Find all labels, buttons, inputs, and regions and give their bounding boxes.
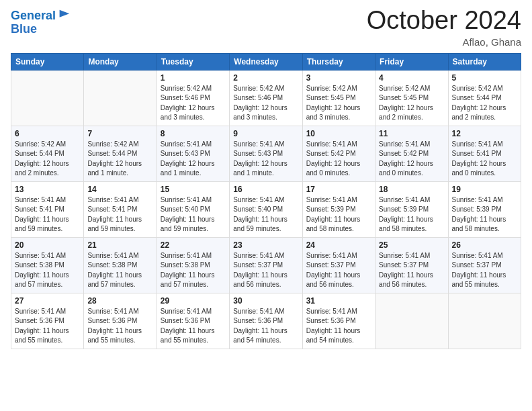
day-number: 20 [15, 240, 80, 250]
calendar-cell: 9Sunrise: 5:41 AMSunset: 5:43 PMDaylight… [230, 126, 302, 181]
day-info: Sunrise: 5:41 AMSunset: 5:42 PMDaylight:… [379, 140, 444, 179]
day-info: Sunrise: 5:41 AMSunset: 5:36 PMDaylight:… [161, 307, 226, 346]
day-number: 12 [452, 129, 517, 138]
logo: General Blue [11, 9, 71, 36]
day-number: 28 [87, 296, 152, 306]
day-info: Sunrise: 5:42 AMSunset: 5:45 PMDaylight:… [379, 84, 444, 123]
calendar-cell: 6Sunrise: 5:42 AMSunset: 5:44 PMDaylight… [11, 126, 84, 181]
day-number: 7 [87, 129, 152, 138]
day-info: Sunrise: 5:41 AMSunset: 5:36 PMDaylight:… [87, 307, 152, 346]
day-number: 18 [379, 185, 444, 194]
calendar-cell: 26Sunrise: 5:41 AMSunset: 5:37 PMDayligh… [448, 237, 521, 293]
logo-line2: Blue [11, 23, 71, 36]
day-number: 15 [161, 185, 226, 194]
day-info: Sunrise: 5:41 AMSunset: 5:38 PMDaylight:… [161, 251, 226, 290]
day-number: 17 [306, 185, 371, 194]
day-number: 24 [306, 240, 371, 250]
day-info: Sunrise: 5:41 AMSunset: 5:41 PMDaylight:… [15, 195, 80, 234]
day-info: Sunrise: 5:41 AMSunset: 5:36 PMDaylight:… [306, 307, 371, 346]
calendar-header-monday: Monday [84, 53, 157, 70]
day-info: Sunrise: 5:41 AMSunset: 5:39 PMDaylight:… [452, 195, 517, 234]
calendar-cell: 3Sunrise: 5:42 AMSunset: 5:45 PMDaylight… [302, 70, 375, 126]
calendar-cell: 28Sunrise: 5:41 AMSunset: 5:36 PMDayligh… [84, 293, 157, 349]
calendar-week-row: 27Sunrise: 5:41 AMSunset: 5:36 PMDayligh… [11, 293, 521, 349]
calendar-cell: 2Sunrise: 5:42 AMSunset: 5:46 PMDaylight… [230, 70, 302, 126]
calendar-cell [375, 293, 448, 349]
day-info: Sunrise: 5:41 AMSunset: 5:37 PMDaylight:… [379, 251, 444, 290]
day-info: Sunrise: 5:41 AMSunset: 5:41 PMDaylight:… [452, 140, 517, 179]
day-info: Sunrise: 5:41 AMSunset: 5:37 PMDaylight:… [233, 251, 298, 290]
calendar-cell: 5Sunrise: 5:42 AMSunset: 5:44 PMDaylight… [448, 70, 521, 126]
day-info: Sunrise: 5:41 AMSunset: 5:36 PMDaylight:… [15, 307, 80, 346]
day-number: 19 [452, 185, 517, 194]
day-info: Sunrise: 5:42 AMSunset: 5:44 PMDaylight:… [15, 140, 80, 179]
title-block: October 2024 Aflao, Ghana [367, 7, 521, 48]
day-number: 23 [233, 240, 298, 250]
calendar-header-sunday: Sunday [11, 53, 84, 70]
calendar-cell: 30Sunrise: 5:41 AMSunset: 5:36 PMDayligh… [230, 293, 302, 349]
calendar-week-row: 1Sunrise: 5:42 AMSunset: 5:46 PMDaylight… [11, 70, 521, 126]
day-info: Sunrise: 5:42 AMSunset: 5:44 PMDaylight:… [452, 84, 517, 123]
day-info: Sunrise: 5:41 AMSunset: 5:41 PMDaylight:… [87, 195, 152, 234]
logo-icon [57, 9, 71, 22]
day-number: 29 [161, 296, 226, 306]
calendar-cell: 24Sunrise: 5:41 AMSunset: 5:37 PMDayligh… [302, 237, 375, 293]
calendar-cell: 15Sunrise: 5:41 AMSunset: 5:40 PMDayligh… [157, 181, 229, 237]
calendar-cell: 4Sunrise: 5:42 AMSunset: 5:45 PMDaylight… [375, 70, 448, 126]
day-number: 16 [233, 185, 298, 194]
day-info: Sunrise: 5:41 AMSunset: 5:36 PMDaylight:… [233, 307, 298, 346]
day-info: Sunrise: 5:41 AMSunset: 5:38 PMDaylight:… [15, 251, 80, 290]
day-info: Sunrise: 5:41 AMSunset: 5:38 PMDaylight:… [87, 251, 152, 290]
day-number: 21 [87, 240, 152, 250]
day-number: 22 [161, 240, 226, 250]
calendar-cell: 27Sunrise: 5:41 AMSunset: 5:36 PMDayligh… [11, 293, 84, 349]
calendar-cell: 21Sunrise: 5:41 AMSunset: 5:38 PMDayligh… [84, 237, 157, 293]
calendar-cell: 22Sunrise: 5:41 AMSunset: 5:38 PMDayligh… [157, 237, 229, 293]
calendar-week-row: 20Sunrise: 5:41 AMSunset: 5:38 PMDayligh… [11, 237, 521, 293]
day-number: 10 [306, 129, 371, 138]
day-number: 26 [452, 240, 517, 250]
calendar-week-row: 6Sunrise: 5:42 AMSunset: 5:44 PMDaylight… [11, 126, 521, 181]
day-info: Sunrise: 5:42 AMSunset: 5:46 PMDaylight:… [233, 84, 298, 123]
day-number: 31 [306, 296, 371, 306]
day-info: Sunrise: 5:41 AMSunset: 5:43 PMDaylight:… [161, 140, 226, 179]
calendar-cell [84, 70, 157, 126]
day-number: 3 [306, 73, 371, 83]
calendar-header-saturday: Saturday [448, 53, 521, 70]
calendar-cell: 1Sunrise: 5:42 AMSunset: 5:46 PMDaylight… [157, 70, 229, 126]
day-info: Sunrise: 5:41 AMSunset: 5:42 PMDaylight:… [306, 140, 371, 179]
day-number: 11 [379, 129, 444, 138]
calendar-cell: 23Sunrise: 5:41 AMSunset: 5:37 PMDayligh… [230, 237, 302, 293]
page: General Blue October 2024 Aflao, Ghana S… [0, 0, 532, 411]
logo-text: General [11, 9, 56, 23]
calendar-cell: 7Sunrise: 5:42 AMSunset: 5:44 PMDaylight… [84, 126, 157, 181]
calendar-week-row: 13Sunrise: 5:41 AMSunset: 5:41 PMDayligh… [11, 181, 521, 237]
day-number: 14 [87, 185, 152, 194]
calendar-cell: 16Sunrise: 5:41 AMSunset: 5:40 PMDayligh… [230, 181, 302, 237]
day-number: 30 [233, 296, 298, 306]
day-info: Sunrise: 5:42 AMSunset: 5:45 PMDaylight:… [306, 84, 371, 123]
day-number: 8 [161, 129, 226, 138]
day-number: 27 [15, 296, 80, 306]
calendar-cell: 12Sunrise: 5:41 AMSunset: 5:41 PMDayligh… [448, 126, 521, 181]
day-number: 13 [15, 185, 80, 194]
calendar-cell: 13Sunrise: 5:41 AMSunset: 5:41 PMDayligh… [11, 181, 84, 237]
day-info: Sunrise: 5:41 AMSunset: 5:37 PMDaylight:… [306, 251, 371, 290]
calendar-header-friday: Friday [375, 53, 448, 70]
header: General Blue October 2024 Aflao, Ghana [11, 7, 521, 48]
calendar-header-tuesday: Tuesday [157, 53, 229, 70]
day-info: Sunrise: 5:41 AMSunset: 5:40 PMDaylight:… [233, 195, 298, 234]
day-number: 1 [161, 73, 226, 83]
calendar-cell: 8Sunrise: 5:41 AMSunset: 5:43 PMDaylight… [157, 126, 229, 181]
calendar-cell: 20Sunrise: 5:41 AMSunset: 5:38 PMDayligh… [11, 237, 84, 293]
calendar-cell: 14Sunrise: 5:41 AMSunset: 5:41 PMDayligh… [84, 181, 157, 237]
day-info: Sunrise: 5:41 AMSunset: 5:39 PMDaylight:… [379, 195, 444, 234]
day-number: 9 [233, 129, 298, 138]
calendar-cell: 10Sunrise: 5:41 AMSunset: 5:42 PMDayligh… [302, 126, 375, 181]
day-number: 6 [15, 129, 80, 138]
calendar-cell [448, 293, 521, 349]
day-info: Sunrise: 5:41 AMSunset: 5:43 PMDaylight:… [233, 140, 298, 179]
calendar-header-row: SundayMondayTuesdayWednesdayThursdayFrid… [11, 53, 521, 70]
svg-marker-0 [60, 10, 70, 17]
calendar-header-thursday: Thursday [302, 53, 375, 70]
